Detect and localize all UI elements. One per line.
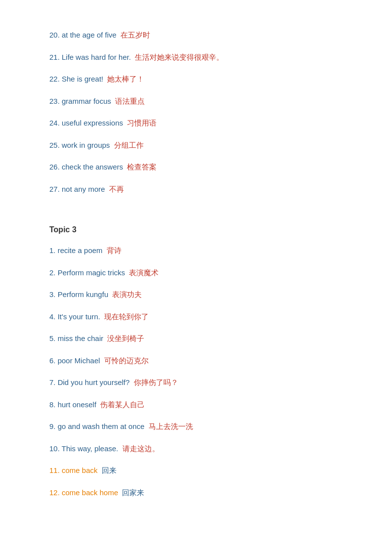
list-item: 27. not any more不再 (49, 184, 343, 195)
item-en: 11. come back (49, 466, 98, 474)
list-item: 3. Perform kungfu表演功夫 (49, 289, 343, 300)
topic-list: 1. recite a poem背诗2. Perform magic trick… (49, 245, 343, 498)
item-zh: 生活对她来说变得很艰辛。 (135, 53, 224, 61)
item-zh: 背诗 (107, 246, 121, 255)
item-en: 8. hurt oneself (49, 400, 96, 409)
list-item: 1. recite a poem背诗 (49, 245, 343, 256)
item-en: 26. check the answers (49, 163, 123, 171)
item-en: 21. Life was hard for her. (49, 53, 131, 61)
item-zh: 你摔伤了吗？ (134, 378, 178, 386)
list-item: 24. useful expressions习惯用语 (49, 118, 343, 129)
item-en: 27. not any more (49, 185, 105, 193)
topic-heading: Topic 3 (49, 225, 343, 234)
item-zh: 她太棒了！ (107, 75, 144, 83)
item-zh: 表演功夫 (112, 290, 142, 299)
item-zh: 现在轮到你了 (104, 312, 149, 321)
item-zh: 不再 (109, 185, 124, 193)
item-en: 2. Perform magic tricks (49, 268, 125, 277)
item-en: 20. at the age of five (49, 31, 117, 39)
spacer (49, 206, 343, 220)
item-zh: 习惯用语 (127, 119, 157, 127)
item-en: 3. Perform kungfu (49, 290, 108, 299)
list-item: 12. come back home回家来 (49, 487, 343, 499)
item-en: 24. useful expressions (49, 119, 123, 127)
item-en: 9. go and wash them at once (49, 422, 145, 430)
list-item: 2. Perform magic tricks表演魔术 (49, 267, 343, 279)
item-en: 1. recite a poem (49, 246, 103, 255)
item-zh: 可怜的迈克尔 (104, 356, 149, 365)
list-item: 10. This way, please.请走这边。 (49, 443, 343, 455)
item-zh: 回来 (102, 466, 117, 474)
item-en: 7. Did you hurt yourself? (49, 378, 130, 386)
item-zh: 在五岁时 (120, 31, 150, 39)
item-en: 23. grammar focus (49, 97, 111, 105)
item-zh: 分组工作 (114, 141, 144, 149)
list-item: 6. poor Michael可怜的迈克尔 (49, 355, 343, 367)
list-item: 11. come back回来 (49, 465, 343, 476)
list-item: 4. It's your turn.现在轮到你了 (49, 311, 343, 323)
item-en: 10. This way, please. (49, 444, 118, 453)
item-zh: 伤着某人自己 (100, 400, 145, 409)
item-en: 12. come back home (49, 488, 118, 497)
list-item: 22. She is great!她太棒了！ (49, 74, 343, 85)
list-item: 9. go and wash them at once马上去洗一洗 (49, 421, 343, 432)
list-item: 5. miss the chair没坐到椅子 (49, 333, 343, 344)
item-en: 4. It's your turn. (49, 312, 100, 321)
item-en: 5. miss the chair (49, 334, 103, 342)
list-item: 8. hurt oneself伤着某人自己 (49, 399, 343, 411)
item-zh: 检查答案 (127, 163, 157, 171)
item-en: 6. poor Michael (49, 356, 100, 365)
item-zh: 马上去洗一洗 (149, 422, 193, 430)
item-zh: 请走这边。 (122, 444, 159, 453)
list-item: 25. work in groups分组工作 (49, 140, 343, 151)
list-item: 26. check the answers检查答案 (49, 162, 343, 173)
list-item: 23. grammar focus语法重点 (49, 96, 343, 107)
item-en: 22. She is great! (49, 75, 103, 83)
item-zh: 没坐到椅子 (107, 334, 144, 342)
list-item: 21. Life was hard for her.生活对她来说变得很艰辛。 (49, 52, 343, 63)
item-zh: 语法重点 (115, 97, 145, 105)
item-zh: 表演魔术 (129, 268, 158, 277)
list-item: 20. at the age of five在五岁时 (49, 30, 343, 41)
top-list: 20. at the age of five在五岁时21. Life was h… (49, 30, 343, 195)
item-zh: 回家来 (122, 488, 144, 497)
list-item: 7. Did you hurt yourself?你摔伤了吗？ (49, 377, 343, 388)
item-en: 25. work in groups (49, 141, 110, 149)
